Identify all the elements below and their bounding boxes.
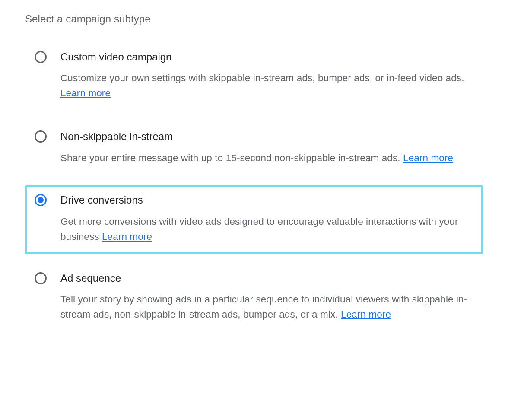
option-body: Ad sequence Tell your story by showing a… — [60, 271, 476, 322]
radio-icon[interactable] — [35, 272, 47, 284]
option-title: Non-skippable in-stream — [60, 130, 476, 143]
option-desc-text: Share your entire message with up to 15-… — [60, 153, 403, 163]
learn-more-link[interactable]: Learn more — [102, 231, 152, 242]
radio-icon[interactable] — [35, 194, 47, 206]
option-title: Ad sequence — [60, 271, 476, 285]
option-desc-text: Customize your own settings with skippab… — [60, 73, 464, 83]
option-ad-sequence[interactable]: Ad sequence Tell your story by showing a… — [25, 264, 483, 332]
option-body: Drive conversions Get more conversions w… — [60, 193, 476, 244]
option-description: Get more conversions with video ads desi… — [60, 214, 476, 245]
campaign-subtype-options: Custom video campaign Customize your own… — [25, 42, 483, 332]
radio-icon[interactable] — [35, 130, 47, 143]
option-description: Tell your story by showing ads in a part… — [60, 292, 476, 322]
option-title: Custom video campaign — [60, 50, 476, 64]
option-drive-conversions[interactable]: Drive conversions Get more conversions w… — [25, 185, 483, 254]
learn-more-link[interactable]: Learn more — [341, 309, 391, 320]
learn-more-link[interactable]: Learn more — [403, 153, 453, 163]
option-desc-text: Tell your story by showing ads in a part… — [60, 294, 467, 320]
section-title: Select a campaign subtype — [25, 13, 483, 25]
option-description: Share your entire message with up to 15-… — [60, 151, 476, 166]
option-non-skippable-in-stream[interactable]: Non-skippable in-stream Share your entir… — [25, 122, 483, 175]
option-custom-video-campaign[interactable]: Custom video campaign Customize your own… — [25, 42, 483, 111]
option-body: Custom video campaign Customize your own… — [60, 50, 476, 101]
radio-icon[interactable] — [35, 51, 47, 63]
learn-more-link[interactable]: Learn more — [60, 88, 111, 99]
option-body: Non-skippable in-stream Share your entir… — [60, 130, 476, 165]
option-description: Customize your own settings with skippab… — [60, 71, 476, 101]
option-title: Drive conversions — [60, 193, 476, 207]
